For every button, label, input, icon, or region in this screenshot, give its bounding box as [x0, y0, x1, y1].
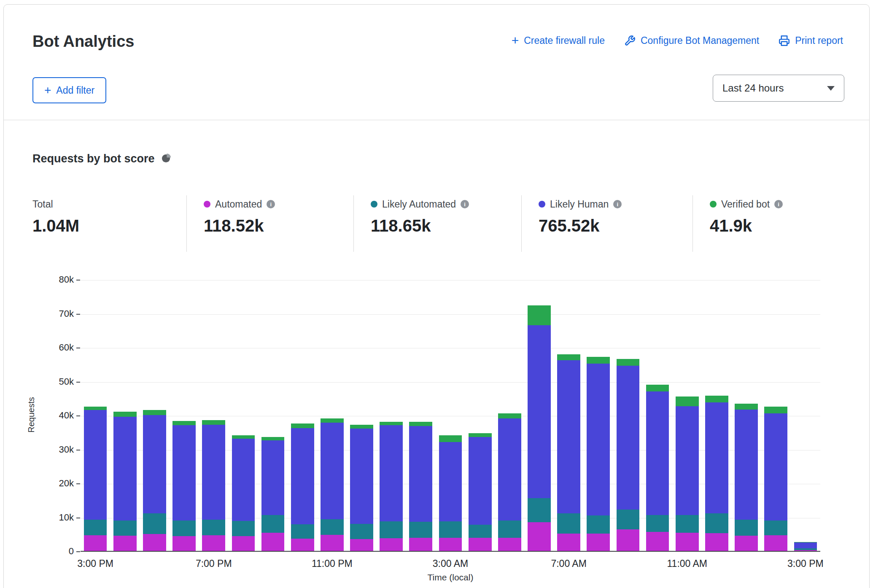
bar-segment [764, 535, 787, 551]
stacked-bar [172, 421, 196, 551]
bar-segment [409, 538, 432, 551]
bar-segment [84, 410, 107, 520]
bar-segment [617, 529, 640, 551]
bar-segment [261, 440, 285, 515]
y-tick [76, 314, 80, 315]
bar-segment [291, 428, 314, 525]
bar-segment [676, 396, 699, 406]
stat-likely-human: Likely Human i 765.52k [521, 195, 692, 252]
bar-segment [380, 538, 403, 551]
bar-segment [113, 521, 137, 536]
print-report-link[interactable]: Print report [779, 35, 843, 46]
bar-segment [113, 412, 137, 417]
bar-segment [528, 305, 551, 325]
bar-segment [439, 521, 462, 538]
bar-segment [113, 417, 137, 521]
automated-legend-dot [204, 201, 210, 208]
y-tick-label: 20k [21, 478, 74, 489]
bar-segment [557, 534, 580, 551]
info-icon[interactable]: i [774, 200, 783, 208]
y-tick-label: 50k [21, 376, 74, 387]
bar-segment [350, 539, 373, 551]
y-tick [76, 280, 80, 281]
bar-segment [469, 433, 492, 437]
stacked-bar [409, 422, 432, 551]
stacked-bar [587, 357, 610, 551]
verified-bot-legend-dot [710, 201, 717, 208]
bar-segment [291, 524, 314, 539]
y-tick [76, 348, 80, 348]
y-tick-label: 70k [21, 308, 74, 319]
configure-bot-management-label: Configure Bot Management [641, 35, 759, 46]
bar-segment [350, 524, 373, 539]
bar-segment [735, 536, 758, 551]
stat-label: Likely Human [550, 199, 609, 210]
x-tick-label: 11:00 AM [667, 558, 707, 569]
x-tick-label: 3:00 PM [787, 558, 824, 569]
bot-analytics-card: Bot Analytics + Create firewall rule Con… [3, 4, 870, 588]
stacked-bar [380, 422, 403, 551]
section-title-row: Requests by bot score [32, 152, 171, 165]
configure-bot-management-link[interactable]: Configure Bot Management [624, 35, 759, 46]
bar-segment [321, 418, 344, 423]
bar-segment [528, 498, 551, 522]
stat-likely-automated: Likely Automated i 118.65k [353, 195, 521, 252]
add-filter-label: Add filter [56, 85, 94, 96]
stacked-bar [439, 435, 462, 551]
bar-segment [705, 396, 728, 402]
pie-chart-icon [162, 153, 171, 165]
stacked-bar [469, 433, 492, 551]
stacked-bar [735, 404, 758, 551]
header-divider [4, 120, 869, 120]
bar-segment [646, 515, 669, 532]
stacked-bar [143, 410, 166, 551]
stacked-bar [291, 423, 314, 551]
stat-value: 41.9k [710, 216, 870, 235]
y-tick-label: 40k [21, 410, 74, 421]
info-icon[interactable]: i [461, 200, 469, 208]
gridline [81, 280, 820, 281]
bar-segment [498, 413, 521, 418]
y-tick-label: 60k [21, 342, 74, 353]
bar-segment [380, 425, 403, 521]
print-report-label: Print report [795, 35, 843, 46]
bar-segment [409, 426, 432, 522]
add-filter-button[interactable]: + Add filter [32, 77, 106, 103]
bar-segment [202, 535, 225, 551]
stacked-bar [705, 396, 728, 551]
bar-segment [646, 385, 669, 391]
bar-segment [321, 519, 344, 535]
bar-segment [321, 535, 344, 551]
y-tick-label: 30k [21, 444, 74, 455]
bar-segment [557, 513, 580, 533]
y-tick [76, 415, 80, 416]
bar-segment [84, 535, 107, 551]
bar-segment [202, 520, 225, 535]
stacked-bar [646, 385, 669, 551]
y-tick-label: 0 [21, 546, 74, 557]
bar-segment [646, 532, 669, 551]
bar-segment [232, 439, 255, 521]
create-firewall-rule-label: Create firewall rule [524, 35, 605, 46]
bar-segment [617, 359, 640, 366]
stacked-bar [350, 425, 373, 551]
y-tick [76, 450, 80, 450]
bar-segment [321, 423, 344, 519]
stat-value: 118.65k [371, 216, 521, 235]
bar-segment [143, 410, 166, 415]
stacked-bar [202, 420, 225, 551]
info-icon[interactable]: i [613, 200, 622, 208]
wrench-icon [624, 35, 636, 46]
x-tick-label: 3:00 AM [433, 558, 468, 569]
stats-row: Total 1.04M Automated i 118.52k Likely A… [32, 195, 870, 252]
info-icon[interactable]: i [267, 200, 275, 208]
stat-value: 765.52k [539, 216, 692, 235]
bar-segment [676, 406, 699, 515]
bar-segment [202, 420, 225, 424]
create-firewall-rule-link[interactable]: + Create firewall rule [512, 34, 605, 47]
y-tick-label: 80k [21, 274, 74, 285]
bar-segment [113, 536, 137, 551]
bar-segment [350, 425, 373, 429]
bar-segment [172, 536, 196, 551]
time-range-select[interactable]: Last 24 hours [713, 75, 844, 102]
